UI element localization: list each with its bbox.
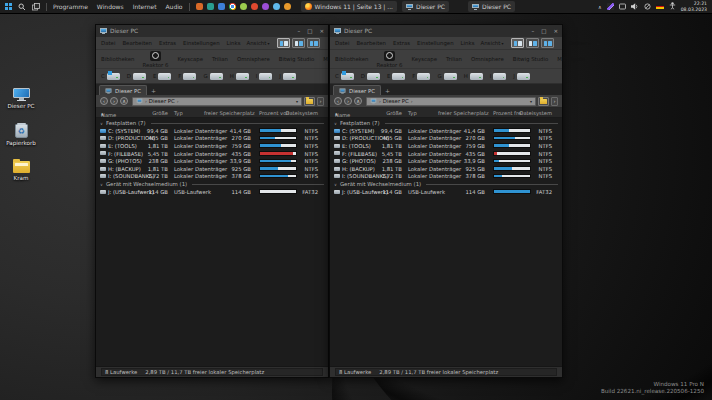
taskbar-window-button-1[interactable]: Dieser PC <box>402 1 449 12</box>
app-red-icon[interactable] <box>251 3 258 10</box>
menu-extras[interactable]: Extras <box>393 40 410 46</box>
back-button[interactable]: ‹ <box>334 97 342 105</box>
app-amber-icon[interactable] <box>284 3 291 10</box>
drive-button-G[interactable]: G <box>203 73 222 80</box>
go-button[interactable]: › <box>551 97 558 106</box>
group-header[interactable]: ∨Festplatten (7) <box>330 119 562 127</box>
go-button[interactable]: › <box>317 97 324 106</box>
accessibility-icon[interactable] <box>669 2 676 11</box>
libraries-label[interactable]: Bibliotheken <box>335 56 368 62</box>
drive-button-H[interactable]: H <box>464 73 483 80</box>
up-button[interactable]: ∧ <box>120 97 128 105</box>
back-button[interactable]: ‹ <box>100 97 108 105</box>
forward-button[interactable]: › <box>110 97 118 105</box>
tab-dieser-pc[interactable]: Dieser PC <box>333 85 381 95</box>
library-button-omnisphere[interactable]: Omnisphere <box>471 56 504 62</box>
view-list-button[interactable] <box>292 38 305 48</box>
start-button[interactable] <box>5 3 12 10</box>
menu-links[interactable]: Links <box>461 40 475 46</box>
menu-bearbeiten[interactable]: Bearbeiten <box>122 40 152 46</box>
app-blue-icon[interactable] <box>218 3 225 10</box>
drive-button-F[interactable]: F <box>178 73 196 80</box>
window-tray-icon[interactable] <box>619 3 626 11</box>
group-header[interactable]: ∨Gerät mit Wechselmedium (1) <box>330 180 562 188</box>
address-dropdown-icon[interactable]: ▾ <box>296 99 298 104</box>
tray-overflow-chevron-icon[interactable]: ∧ <box>598 4 602 10</box>
taskbar-menu-programme[interactable]: Programme <box>53 3 88 10</box>
drive-button-E[interactable]: E <box>153 73 171 80</box>
column-size[interactable]: Größe <box>142 110 168 116</box>
drive-row[interactable]: D: (PRODUCTION)465 GBLokaler Datenträger… <box>330 135 562 143</box>
search-icon[interactable] <box>18 3 26 11</box>
favorite-folders-button[interactable] <box>304 97 315 106</box>
taskbar-menu-internet[interactable]: Internet <box>133 3 157 10</box>
app-lime-icon[interactable] <box>240 3 247 10</box>
breadcrumb-item[interactable]: Dieser PC <box>383 98 409 104</box>
library-button-reaktor-6[interactable]: Reaktor 6 <box>142 51 168 68</box>
drive-button-D[interactable]: D <box>361 73 380 80</box>
drive-button-J[interactable]: J <box>279 73 296 80</box>
breadcrumb[interactable]: › Dieser PC › ▾ <box>366 97 536 106</box>
column-filesystem[interactable]: Dateisystem <box>516 110 552 116</box>
group-header[interactable]: ∨Festplatten (7) <box>96 119 328 127</box>
menu-extras[interactable]: Extras <box>159 40 176 46</box>
network-tray-icon[interactable] <box>644 3 651 11</box>
drive-row[interactable]: J: (USB-Laufwerk)114 GBUSB-Laufwerk114 G… <box>330 188 562 196</box>
column-free-space[interactable]: freier Speicherplatz <box>204 110 251 116</box>
app-orange-icon[interactable] <box>196 3 203 10</box>
app-purple-icon[interactable] <box>262 3 269 10</box>
close-button[interactable]: × <box>553 28 558 34</box>
drive-button-C[interactable]: C <box>101 73 120 80</box>
close-button[interactable]: × <box>319 28 324 34</box>
taskbar-window-button-0[interactable]: Windows 11 | Seite 13 | ... <box>301 1 397 12</box>
menu-links[interactable]: Links <box>227 40 241 46</box>
column-type[interactable]: Typ <box>408 110 417 116</box>
drive-row[interactable]: G: (PHOTOS)238 GBLokaler Datenträger33,9… <box>330 157 562 165</box>
speaker-icon[interactable] <box>631 3 639 11</box>
menu-datei[interactable]: Datei <box>101 40 115 46</box>
drive-row[interactable]: J: (USB-Laufwerk)114 GBUSB-Laufwerk114 G… <box>96 188 328 196</box>
menu-ansicht[interactable]: Ansicht▾ <box>480 40 503 46</box>
forward-button[interactable]: › <box>344 97 352 105</box>
view-thumbnails-button[interactable] <box>307 38 320 48</box>
minimize-button[interactable]: – <box>297 28 300 34</box>
gpu-tray-icon[interactable] <box>607 3 614 10</box>
window-titlebar[interactable]: Dieser PC – □ × <box>96 25 328 37</box>
taskbar-menu-windows[interactable]: Windows <box>97 3 124 10</box>
desktop-icon-kram[interactable]: Kram <box>0 161 42 181</box>
view-thumbnails-button[interactable] <box>541 38 554 48</box>
view-details-button[interactable] <box>511 38 524 48</box>
group-header[interactable]: ∨Gerät mit Wechselmedium (1) <box>96 180 328 188</box>
drive-button-E[interactable]: E <box>387 73 405 80</box>
drive-row[interactable]: E: (TOOLS)1,81 TBLokaler Datenträger759 … <box>96 142 328 150</box>
drive-button-I[interactable]: I <box>490 73 507 80</box>
library-button-trilian[interactable]: Trilian <box>212 56 228 62</box>
library-button-midisynth[interactable]: MIDISynth <box>557 56 585 62</box>
library-button-bitwig-studio[interactable]: Bitwig Studio <box>513 56 549 62</box>
library-button-reaktor-6[interactable]: Reaktor 6 <box>376 51 402 68</box>
drive-row[interactable]: I: (SOUNDBANKS)1,72 TBLokaler Datenträge… <box>330 173 562 181</box>
column-size[interactable]: Größe <box>376 110 402 116</box>
drive-button-H[interactable]: H <box>230 73 249 80</box>
drive-row[interactable]: G: (PHOTOS)238 GBLokaler Datenträger33,9… <box>96 157 328 165</box>
menu-bearbeiten[interactable]: Bearbeiten <box>356 40 386 46</box>
maximize-button[interactable]: □ <box>541 28 546 34</box>
menu-ordner[interactable]: Ordner▾ <box>568 40 590 46</box>
minimize-button[interactable]: – <box>531 28 534 34</box>
drive-button-C[interactable]: C <box>335 73 354 80</box>
language-flag-icon[interactable] <box>656 4 664 9</box>
taskbar-window-button-2[interactable]: Dieser PC <box>468 1 515 12</box>
taskbar-clock[interactable]: 22:21 08.03.2023 <box>681 1 707 12</box>
column-free-space[interactable]: freier Speicherplatz <box>438 110 485 116</box>
drive-button-F[interactable]: F <box>412 73 430 80</box>
view-list-button[interactable] <box>526 38 539 48</box>
window-titlebar[interactable]: Dieser PC – □ × <box>330 25 562 37</box>
libraries-label[interactable]: Bibliotheken <box>101 56 134 62</box>
drive-button-I[interactable]: I <box>256 73 273 80</box>
desktop-icon-papierkorb[interactable]: ♻ Papierkorb <box>0 124 42 146</box>
taskbar-menu-audio[interactable]: Audio <box>165 3 182 10</box>
new-tab-button[interactable]: + <box>149 86 158 95</box>
drive-row[interactable]: I: (SOUNDBANKS)1,72 TBLokaler Datenträge… <box>96 173 328 181</box>
address-dropdown-icon[interactable]: ▾ <box>530 99 532 104</box>
favorite-folders-button[interactable] <box>538 97 549 106</box>
